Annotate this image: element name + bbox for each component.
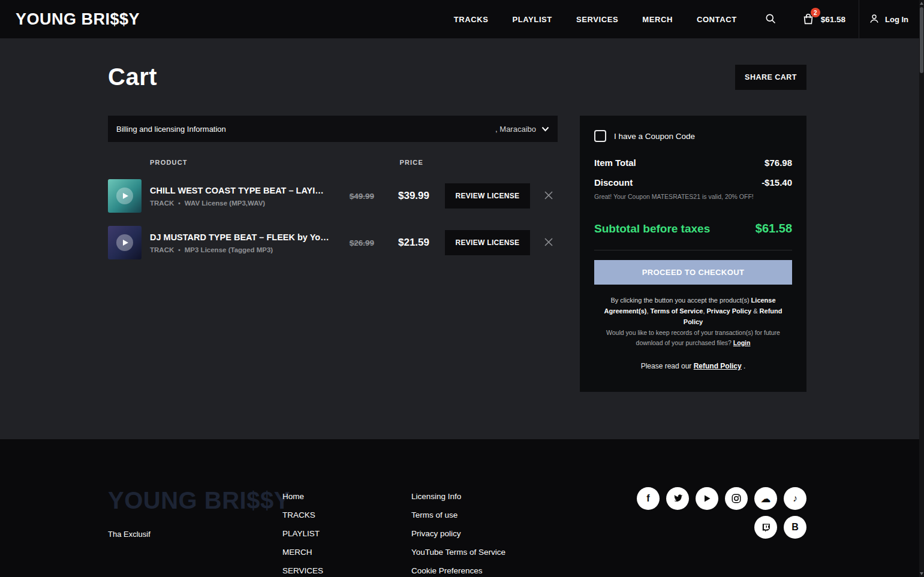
nav-merch[interactable]: MERCH [642,15,673,24]
track-type: TRACK [150,246,174,253]
subtotal-row: Subtotal before taxes $61.58 [594,222,792,235]
cart-page: Cart SHARE CART Billing and licensing In… [0,38,924,439]
legal-part: By clicking the button you accept the pr… [610,297,751,304]
cart-item-row: CHILL WEST COAST TYPE BEAT – LAYIN LOW b… [108,179,558,213]
coupon-row: I have a Coupon Code [594,130,792,142]
legal-part: & [751,307,759,315]
login-button[interactable]: Log In [869,13,918,26]
track-title[interactable]: CHILL WEST COAST TYPE BEAT – LAYIN LOW b… [150,186,330,195]
billing-selected-value: , Maracaibo [495,125,536,134]
footer-brand: YOUNG BRI$$Y [108,487,282,514]
instagram-icon[interactable] [725,487,748,510]
refund-policy-link[interactable]: Refund Policy [694,362,742,370]
footer-link-playlist[interactable]: PLAYLIST [282,524,411,543]
records-part: Would you like to keep records of your t… [606,329,780,346]
cart-widget[interactable]: 2 $61.58 [802,13,845,26]
twitter-icon[interactable] [666,487,689,510]
records-text: Would you like to keep records of your t… [594,328,792,348]
bandlab-icon[interactable]: B [784,516,806,539]
item-total-row: Item Total $76.98 [594,158,792,168]
track-title[interactable]: DJ MUSTARD TYPE BEAT – FLEEK by Young Br… [150,232,330,242]
logo[interactable]: YOUNG BRI$$Y [16,10,140,29]
footer-link-cookie-preferences[interactable]: Cookie Preferences [411,561,540,577]
scrollbar-thumb[interactable] [920,7,923,73]
current-price: $39.99 [374,190,429,202]
soundcloud-icon[interactable]: ☁ [754,487,777,510]
nav-playlist[interactable]: PLAYLIST [512,15,552,24]
summary-divider [594,250,792,250]
login-link[interactable]: Login [733,339,751,346]
column-product: PRODUCT [150,159,331,166]
nav-tracks[interactable]: TRACKS [454,15,489,24]
footer-link-youtube-terms[interactable]: YouTube Terms of Service [411,543,540,561]
refund-note: Please read our Refund Policy . [594,362,792,370]
coupon-checkbox[interactable] [594,130,606,142]
cart-icon: 2 [802,13,815,26]
track-artwork[interactable] [108,226,142,259]
proceed-to-checkout-button[interactable]: PROCEED TO CHECKOUT [594,260,792,285]
terms-of-service-link[interactable]: Terms of Service [651,307,703,315]
current-price: $21.59 [374,237,429,249]
column-price: PRICE [331,159,431,166]
search-icon [765,13,776,26]
refund-suffix: . [742,362,746,370]
remove-item-button[interactable] [540,191,558,202]
coupon-checkbox-label: I have a Coupon Code [614,132,695,141]
subtotal-label: Subtotal before taxes [594,222,710,235]
remove-item-button[interactable] [540,237,558,249]
header: YOUNG BRI$$Y TRACKS PLAYLIST SERVICES ME… [0,0,924,38]
review-license-button[interactable]: REVIEW LICENSE [445,183,530,209]
cart-count-badge: 2 [811,8,820,17]
scroll-up-arrow[interactable] [920,2,923,5]
privacy-policy-link[interactable]: Privacy Policy [707,307,752,315]
footer-link-tracks[interactable]: TRACKS [282,506,411,524]
footer: YOUNG BRI$$Y Tha Exclusif Home TRACKS PL… [0,439,924,577]
social-links: f ☁ ♪ B [637,487,806,577]
youtube-icon[interactable] [696,487,718,510]
share-cart-button[interactable]: SHARE CART [735,65,806,90]
footer-tagline: Tha Exclusif [108,530,282,539]
cart-total: $61.58 [821,15,845,24]
nav-services[interactable]: SERVICES [576,15,618,24]
footer-link-licensing-info[interactable]: Licensing Info [411,487,540,506]
search-button[interactable] [765,13,776,26]
footer-link-home[interactable]: Home [282,487,411,506]
twitch-icon[interactable] [754,516,777,539]
footer-link-services[interactable]: SERVICES [282,561,411,577]
track-subtitle: TRACK MP3 License (Tagged MP3) [150,246,330,253]
footer-link-terms-of-use[interactable]: Terms of use [411,506,540,524]
footer-nav-column: Home TRACKS PLAYLIST MERCH SERVICES [282,487,411,577]
review-license-button[interactable]: REVIEW LICENSE [445,230,530,255]
item-total-label: Item Total [594,158,636,168]
discount-label: Discount [594,177,633,188]
play-icon[interactable] [116,234,133,251]
scroll-down-arrow[interactable] [920,572,923,575]
table-header: PRODUCT PRICE [108,159,558,166]
footer-link-privacy-policy[interactable]: Privacy policy [411,524,540,543]
nav-contact[interactable]: CONTACT [697,15,737,24]
page-title: Cart [108,64,157,90]
item-total-value: $76.98 [765,158,792,168]
legal-text: By clicking the button you accept the pr… [594,295,792,327]
play-icon[interactable] [116,188,133,204]
track-artwork[interactable] [108,179,142,213]
footer-link-merch[interactable]: MERCH [282,543,411,561]
scrollbar[interactable] [919,0,924,577]
old-price: $26.99 [330,238,374,247]
coupon-valid-message: Great! Your Coupon MATESRATES21 is valid… [594,193,792,200]
subtotal-value: $61.58 [756,222,792,235]
tiktok-icon[interactable]: ♪ [784,487,806,510]
close-icon [544,191,553,202]
discount-value: -$15.40 [762,177,792,188]
login-label: Log In [885,15,908,24]
billing-country-select[interactable]: , Maracaibo [495,125,549,134]
old-price: $49.99 [330,192,374,201]
facebook-icon[interactable]: f [637,487,660,510]
order-summary: I have a Coupon Code Item Total $76.98 D… [580,116,806,392]
billing-label: Billing and licensing Information [116,125,226,134]
footer-legal-column: Licensing Info Terms of use Privacy poli… [411,487,540,577]
track-license: MP3 License (Tagged MP3) [174,246,273,253]
discount-row: Discount -$15.40 [594,177,792,188]
billing-bar[interactable]: Billing and licensing Information , Mara… [108,116,558,142]
main-nav: TRACKS PLAYLIST SERVICES MERCH CONTACT [454,15,737,24]
